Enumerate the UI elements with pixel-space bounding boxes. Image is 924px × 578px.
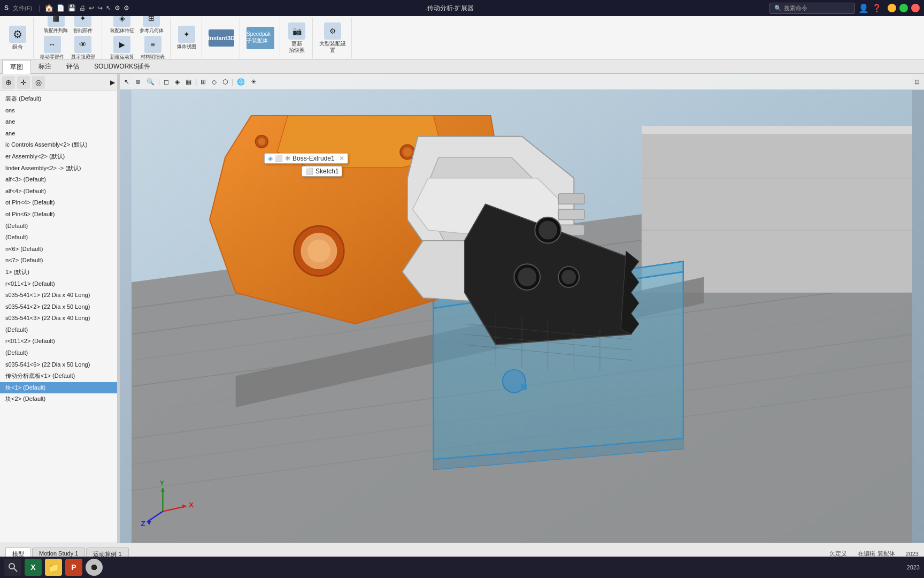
tree-item-s035-2[interactable]: s035-541<2> (22 Dia x 50 Long) xyxy=(0,301,117,313)
tree-item-root[interactable]: 装器 (Default) xyxy=(0,93,117,105)
view-toolbar-btn1[interactable]: ↖ xyxy=(122,77,132,87)
toolbar-btn-move-part[interactable]: ↔ 移动零部件 xyxy=(38,35,66,60)
svg-line-66 xyxy=(14,568,17,572)
view-toolbar-btn6[interactable]: ▦ xyxy=(183,77,194,87)
tree-item-r011-1[interactable]: r<011<1> (Default) xyxy=(0,278,117,290)
toolbar-btn-combine[interactable]: ⚙ 组合 xyxy=(5,25,30,51)
tree-item-motion-plate[interactable]: 传动分析底板<1> (Default) xyxy=(0,370,117,382)
main-toolbar: ⚙ 组合 ▦ 装配件列阵 ✦ 智能部件 ↔ 移动零部件 👁 显示隐藏部件 xyxy=(0,16,924,60)
tree-item-s035-1[interactable]: s035-541<1> (22 Dia x 40 Long) xyxy=(0,290,117,301)
undo-icon[interactable]: ↩ xyxy=(89,4,94,12)
view-toolbar-btn4[interactable]: ◻ xyxy=(161,77,171,87)
view-toolbar-btn9[interactable]: ⬡ xyxy=(220,77,230,87)
rebuild-icon[interactable]: ⚙ xyxy=(114,4,120,12)
panel-expand-arrow[interactable]: ▶ xyxy=(110,79,115,86)
tree-item-pin6[interactable]: ot Pin<6> (Default) xyxy=(0,209,117,220)
save-icon[interactable]: 💾 xyxy=(68,4,76,12)
toolbar-btn-instant3d[interactable]: Instant3D xyxy=(206,28,236,48)
feature-tree: 装器 (Default) ons ane ane ic Controls Ass… xyxy=(0,91,117,543)
svg-rect-34 xyxy=(558,194,584,204)
toolbar-btn-assembly-parts[interactable]: ▦ 装配件列阵 xyxy=(42,16,70,35)
tree-item-item1[interactable]: (Default) xyxy=(0,220,117,232)
view-toolbar-btn-expand[interactable]: ⊡ xyxy=(912,77,922,87)
tree-item-annotations[interactable]: ons xyxy=(0,105,117,117)
help-icon[interactable]: ❓ xyxy=(872,4,881,12)
new-icon[interactable]: 📄 xyxy=(57,4,65,12)
tree-item-controls[interactable]: ic Controls Assembly<2> (默认) xyxy=(0,139,117,151)
taskbar-record[interactable]: ⏺ xyxy=(86,559,103,576)
tree-item-in7[interactable]: n<7> (Default) xyxy=(0,255,117,267)
toolbar-btn-update-snapshot[interactable]: 📷 更新拍快照 xyxy=(284,21,309,55)
toolbar-btn-explode[interactable]: ✦ 爆炸视图 xyxy=(175,25,198,51)
view-toolbar-btn8[interactable]: ◇ xyxy=(210,77,219,87)
tab-annotation[interactable]: 标注 xyxy=(31,60,59,73)
taskbar-files[interactable]: 📁 xyxy=(45,559,62,576)
tree-item-plane1[interactable]: ane xyxy=(0,116,117,128)
window-title: .传动分析·扩展器 xyxy=(129,4,769,13)
search-box[interactable]: 🔍 搜索命令 xyxy=(769,3,855,14)
taskbar-search[interactable] xyxy=(4,559,21,576)
print-icon[interactable]: 🖨 xyxy=(79,4,86,12)
toolbar-btn-show-hidden[interactable]: 👁 显示隐藏部件 xyxy=(67,35,98,60)
panel-btn-compass[interactable]: ✛ xyxy=(17,76,30,89)
svg-text:X: X xyxy=(189,501,194,509)
tree-item-half4[interactable]: alf<4> (Default) xyxy=(0,186,117,197)
feature-tooltip-close[interactable]: ✕ xyxy=(339,155,344,162)
taskbar-excel[interactable]: X xyxy=(25,559,42,576)
tree-item-half3[interactable]: alf<3> (Default) xyxy=(0,174,117,186)
view-toolbar-btn11[interactable]: ☀ xyxy=(249,77,259,87)
panel-btn-1[interactable]: ⊕ xyxy=(2,76,15,89)
sketch-tooltip-icon: ⬜ xyxy=(305,168,313,175)
view-toolbar-btn3[interactable]: 🔍 xyxy=(144,77,157,87)
tree-item-in6[interactable]: n<6> (Default) xyxy=(0,244,117,255)
toolbar-group-snapshot: 📷 更新拍快照 xyxy=(281,18,313,58)
taskbar-time: 2023 xyxy=(907,564,920,571)
tree-item-default3[interactable]: (Default) xyxy=(0,324,117,336)
move-part-icon: ↔ xyxy=(44,36,61,53)
tab-solidworks-plugins[interactable]: SOLIDWORKS插件 xyxy=(87,60,158,73)
cursor-icon[interactable]: ↖ xyxy=(106,4,111,12)
user-icon[interactable]: 👤 xyxy=(858,3,869,13)
view-toolbar-btn5[interactable]: ◈ xyxy=(173,77,182,87)
maximize-button[interactable] xyxy=(899,4,908,12)
tree-item-cylinder[interactable]: linder Assembly<2> -> (默认) xyxy=(0,163,117,174)
tree-item-plane2[interactable]: ane xyxy=(0,128,117,140)
toolbar-btn-assembly-feature[interactable]: ◈ 装配体特征 xyxy=(108,16,136,35)
tree-item-block1[interactable]: 块<1> (Default) xyxy=(0,382,117,394)
search-placeholder: 搜索命令 xyxy=(784,4,807,12)
toolbar-btn-materials[interactable]: ≡ 材料明细表 xyxy=(138,35,167,60)
toolbar-btn-large-config[interactable]: ⚙ 大型装配设置 xyxy=(317,21,348,55)
tree-item-default4[interactable]: (Default) xyxy=(0,347,117,359)
redo-icon[interactable]: ↪ xyxy=(97,4,103,12)
tree-item-pin4[interactable]: ot Pin<4> (Default) xyxy=(0,197,117,209)
tree-item-n1[interactable]: 1> (默认) xyxy=(0,267,117,278)
svg-text:Z: Z xyxy=(141,520,145,528)
tree-item-block2[interactable]: 块<2> (Default) xyxy=(0,393,117,405)
tree-item-gear[interactable]: er Assembly<2> (默认) xyxy=(0,151,117,163)
tree-item-item2[interactable]: (Default) xyxy=(0,232,117,244)
toolbar-btn-new-motion[interactable]: ▶ 新建运动算例 xyxy=(106,35,137,60)
view-toolbar-btn7[interactable]: ⊞ xyxy=(198,77,208,87)
toolbar-group-large-config: ⚙ 大型装配设置 xyxy=(314,18,352,58)
taskbar-ppt[interactable]: P xyxy=(65,559,82,576)
minimize-button[interactable] xyxy=(888,4,896,12)
tree-item-s035-3[interactable]: s035-541<3> (22 Dia x 40 Long) xyxy=(0,313,117,324)
view-toolbar-btn10[interactable]: 🌐 xyxy=(235,77,247,87)
feature-tooltip-icon3: ✱ xyxy=(285,155,290,162)
toolbar-btn-reference-geo[interactable]: ⊞ 参考几何体 xyxy=(137,16,166,35)
tree-item-s035-6[interactable]: s035-541<6> (22 Dia x 50 Long) xyxy=(0,359,117,371)
view-toolbar-btn2[interactable]: ⊕ xyxy=(133,77,143,87)
panel-btn-sphere[interactable]: ◎ xyxy=(32,76,45,89)
tree-item-r011-2[interactable]: r<011<2> (Default) xyxy=(0,336,117,347)
toolbar-btn-smart-parts[interactable]: ✦ 智能部件 xyxy=(71,16,95,35)
speedpak-icon: Speedpak子装配体 xyxy=(247,27,274,49)
settings-icon[interactable]: ⚙ xyxy=(124,4,129,12)
home-icon[interactable]: 🏠 xyxy=(44,4,53,12)
tab-sketch[interactable]: 草图 xyxy=(2,60,31,74)
tab-evaluate[interactable]: 评估 xyxy=(59,60,87,73)
toolbar-btn-speedpak[interactable]: Speedpak子装配体 xyxy=(244,26,276,50)
close-button[interactable] xyxy=(911,4,920,12)
viewport-3d[interactable]: ↖ ⊕ 🔍 | ◻ ◈ ▦ | ⊞ ◇ ⬡ | 🌐 ☀ ⊡ xyxy=(120,74,924,543)
toolbar-group-speedpak: Speedpak子装配体 xyxy=(241,18,280,58)
svg-point-65 xyxy=(9,564,14,569)
